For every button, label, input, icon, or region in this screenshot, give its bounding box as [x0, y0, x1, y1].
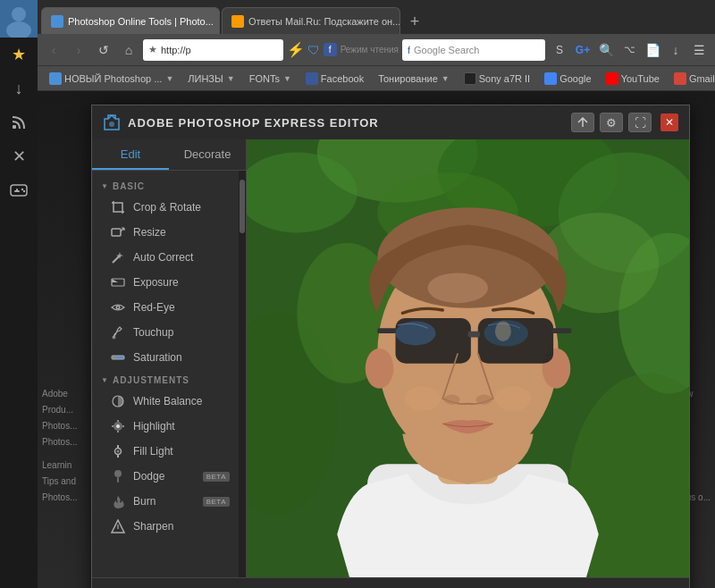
- dialog-title: ADOBE PHOTOSHOP EXPRESS EDITOR: [128, 116, 564, 130]
- bk-sony[interactable]: Sony a7R II: [459, 71, 534, 87]
- resize-label: Resize: [133, 226, 166, 239]
- reload-button[interactable]: ↺: [93, 39, 114, 61]
- bk-linzy[interactable]: ЛИНЗЫ ▼: [183, 71, 239, 86]
- scroll-thumb[interactable]: [240, 180, 245, 233]
- nav-icon-4[interactable]: ⌥: [618, 39, 640, 61]
- sidebar-game-icon[interactable]: [0, 173, 38, 207]
- dialog-settings-icon[interactable]: ⚙: [600, 113, 623, 132]
- svg-rect-53: [468, 332, 481, 338]
- svg-rect-16: [112, 356, 124, 359]
- bk-fonts-dropdown: ▼: [283, 74, 291, 83]
- sidebar-download-icon[interactable]: ↓: [0, 71, 38, 105]
- dialog-share-icon[interactable]: [571, 113, 594, 132]
- balance-icon: [110, 393, 126, 409]
- basic-arrow: ▼: [101, 182, 109, 190]
- dodge-label: Dodge: [133, 470, 164, 483]
- forward-button[interactable]: ›: [68, 39, 89, 61]
- nav-icon-1[interactable]: S: [549, 39, 570, 61]
- bk-tonirovaniye-dropdown: ▼: [442, 74, 450, 83]
- tool-exposure[interactable]: Exposure: [92, 270, 239, 295]
- crop-label: Crop & Rotate: [133, 201, 201, 214]
- bk-facebook[interactable]: Facebook: [301, 71, 368, 87]
- burn-badge: BETA: [203, 497, 230, 507]
- nav-icon-5[interactable]: 📄: [642, 39, 663, 61]
- bk-fonts[interactable]: FONTs ▼: [245, 71, 296, 86]
- tool-autocorrect[interactable]: Auto Correct: [92, 245, 239, 270]
- photoshop-icon: [103, 113, 121, 131]
- svg-rect-29: [117, 477, 119, 483]
- main-content: AdobeProdu...Photos...Photos... LearninT…: [38, 91, 715, 588]
- address-bar[interactable]: ★ http://p: [143, 39, 283, 61]
- tool-redeye[interactable]: Red-Eye: [92, 295, 239, 320]
- shield-icon: 🛡: [307, 43, 320, 57]
- svg-point-28: [114, 470, 122, 477]
- back-button[interactable]: ‹: [43, 39, 64, 61]
- nav-icon-2[interactable]: G+: [572, 39, 593, 61]
- tool-saturation[interactable]: Saturation: [92, 345, 239, 370]
- exposure-label: Exposure: [133, 276, 179, 289]
- scroll-track[interactable]: [239, 171, 246, 577]
- dodge-badge: BETA: [203, 472, 230, 482]
- section-adjustments-header: ▼ ADJUSTMENTS: [92, 370, 239, 389]
- sidebar-star-icon[interactable]: ★: [0, 38, 38, 71]
- dialog-fullscreen-icon[interactable]: ⛶: [628, 113, 652, 132]
- tool-burn[interactable]: Burn BETA: [92, 489, 239, 514]
- highlight-label: Highlight: [133, 420, 175, 433]
- tool-dodge[interactable]: Dodge BETA: [92, 464, 239, 489]
- svg-point-61: [428, 273, 489, 303]
- nav-icon-7[interactable]: ☰: [688, 39, 710, 61]
- tool-resize[interactable]: Resize: [92, 220, 239, 245]
- facebook-button[interactable]: f: [324, 43, 337, 56]
- lightning-icon: ⚡: [287, 41, 305, 58]
- home-button[interactable]: ⌂: [118, 39, 139, 61]
- dialog-toolbar-icons: ⚙ ⛶ ✕: [571, 113, 678, 132]
- svg-point-59: [444, 395, 460, 405]
- tab-mail[interactable]: Ответы Mail.Ru: Подскажите он... ✕: [222, 7, 400, 34]
- left-sidebar: ★ ↓ ✕: [0, 0, 38, 588]
- search-bar[interactable]: f Google Search: [402, 39, 545, 61]
- tab-photoshop-close[interactable]: ✕: [219, 15, 220, 28]
- dialog-body: Edit Decorate ▼ BASIC: [92, 139, 689, 577]
- nav-icon-6[interactable]: ↓: [665, 39, 686, 61]
- bk-new-photoshop[interactable]: НОВЫЙ Photoshop ... ▼: [45, 71, 178, 87]
- svg-point-19: [116, 424, 120, 428]
- tab-edit[interactable]: Edit: [92, 139, 169, 170]
- brush-icon: [110, 324, 126, 340]
- bk-gmail[interactable]: Gmail: [669, 71, 715, 87]
- svg-point-8: [23, 190, 25, 192]
- bk-gmail-label: Gmail: [689, 73, 715, 84]
- svg-point-60: [476, 395, 492, 405]
- saturation-label: Saturation: [133, 351, 182, 364]
- svg-point-14: [117, 307, 119, 308]
- tool-touchup[interactable]: Touchup: [92, 320, 239, 345]
- new-tab-button[interactable]: +: [402, 9, 427, 34]
- svg-point-27: [117, 450, 120, 453]
- facebook-search-icon: f: [408, 45, 410, 55]
- sidebar-tools-icon[interactable]: ✕: [0, 139, 38, 173]
- tool-highlight[interactable]: Highlight: [92, 414, 239, 439]
- bk-yt-icon: [606, 72, 618, 85]
- burn-icon: [110, 493, 126, 509]
- tool-filllight[interactable]: Fill Light: [92, 439, 239, 464]
- adjustments-arrow: ▼: [101, 376, 109, 384]
- svg-rect-54: [377, 328, 398, 333]
- tab-photoshop[interactable]: Photoshop Online Tools | Photo... ✕: [41, 7, 220, 34]
- svg-point-9: [109, 122, 114, 127]
- bk-google[interactable]: Google: [540, 71, 595, 87]
- sharpen-label: Sharpen: [133, 520, 173, 533]
- tool-crop[interactable]: Crop & Rotate: [92, 195, 239, 220]
- sharpen-icon: [110, 518, 126, 534]
- tab-photoshop-label: Photoshop Online Tools | Photo...: [68, 16, 214, 27]
- tool-whitebalance[interactable]: White Balance: [92, 389, 239, 414]
- nav-extra-icons: S G+ 🔍 ⌥ 📄 ↓ ☰: [549, 39, 710, 61]
- sidebar-rss-icon[interactable]: [0, 105, 38, 139]
- bk-tonirovaniye[interactable]: Тонирование ▼: [374, 71, 454, 86]
- crop-icon: [110, 199, 126, 215]
- bk-youtube[interactable]: YouTube: [601, 71, 664, 87]
- tool-sharpen[interactable]: Sharpen: [92, 514, 239, 539]
- svg-rect-55: [551, 328, 572, 333]
- nav-icon-3[interactable]: 🔍: [595, 39, 617, 61]
- resize-icon: [110, 224, 126, 240]
- dialog-close-button[interactable]: ✕: [660, 113, 678, 131]
- tab-decorate[interactable]: Decorate: [169, 139, 246, 170]
